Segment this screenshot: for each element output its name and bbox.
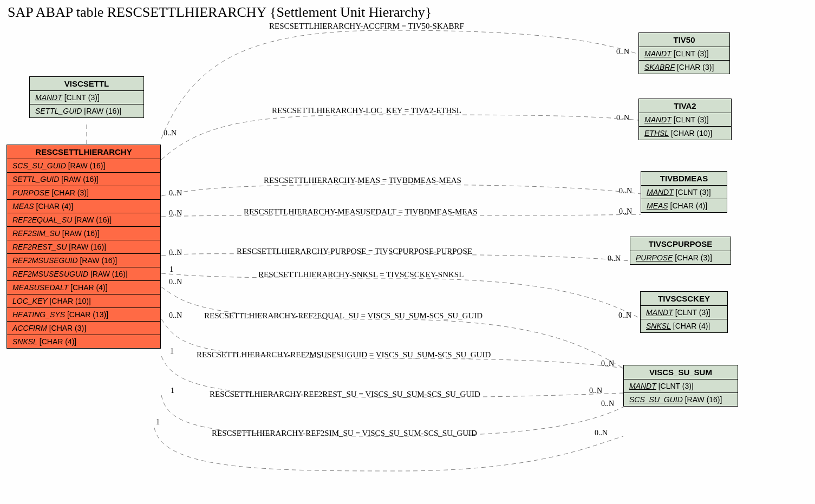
relation-label: RESCSETTLHIERARCHY-PURPOSE = TIVSCPURPOS… (237, 247, 472, 256)
table-row: MEAS [CHAR (4)] (7, 200, 160, 213)
table-row: SETTL_GUID [RAW (16)] (30, 104, 144, 117)
cardinality: 1 (170, 347, 174, 356)
table-row: MANDT [CLNT (3)] (641, 186, 727, 199)
cardinality: 1 (171, 387, 174, 395)
table-row: REF2REST_SU [RAW (16)] (7, 240, 160, 254)
table-row: MANDT [CLNT (3)] (641, 306, 727, 319)
cardinality: 0..N (601, 400, 614, 408)
table-viscs-su-sum: VISCS_SU_SUM MANDT [CLNT (3)] SCS_SU_GUI… (623, 365, 738, 407)
table-header: VISCSETTL (30, 77, 144, 91)
table-tiv50: TIV50 MANDT [CLNT (3)] SKABRF [CHAR (3)] (638, 32, 730, 74)
cardinality: 0..N (169, 189, 182, 198)
cardinality: 0..N (589, 387, 602, 395)
table-row: MANDT [CLNT (3)] (30, 91, 144, 104)
cardinality: 0..N (601, 359, 614, 368)
cardinality: 1 (156, 418, 160, 427)
table-row: SCS_SU_GUID [RAW (16)] (7, 159, 160, 173)
table-header: VISCS_SU_SUM (624, 365, 738, 379)
cardinality: 1 (169, 265, 173, 274)
cardinality: 0..N (169, 311, 182, 320)
table-row: MEASUSEDALT [CHAR (4)] (7, 281, 160, 294)
relation-label: RESCSETTLHIERARCHY-REF2REST_SU = VISCS_S… (210, 390, 480, 399)
cardinality: 0..N (616, 114, 629, 122)
cardinality: 0..N (164, 129, 177, 138)
table-row: HEATING_SYS [CHAR (13)] (7, 308, 160, 322)
cardinality: 0..N (619, 207, 632, 216)
table-row: MANDT [CLNT (3)] (639, 113, 731, 127)
relation-label: RESCSETTLHIERARCHY-ACCFIRM = TIV50-SKABR… (269, 22, 464, 31)
table-tivbdmeas: TIVBDMEAS MANDT [CLNT (3)] MEAS [CHAR (4… (641, 171, 727, 213)
table-header: TIVSCPURPOSE (630, 237, 731, 251)
table-tivscpurpose: TIVSCPURPOSE PURPOSE [CHAR (3)] (630, 237, 731, 265)
table-header: TIVSCSCKEY (641, 292, 727, 306)
cardinality: 0..N (619, 187, 632, 195)
cardinality: 0..N (608, 254, 621, 263)
relation-label: RESCSETTLHIERARCHY-REF2EQUAL_SU = VISCS_… (204, 311, 483, 320)
table-row: SKABRF [CHAR (3)] (639, 61, 729, 74)
relation-label: RESCSETTLHIERARCHY-REF2SIM_SU = VISCS_SU… (212, 429, 477, 438)
cardinality: 0..N (169, 278, 182, 286)
table-tiva2: TIVA2 MANDT [CLNT (3)] ETHSL [CHAR (10)] (638, 99, 732, 140)
cardinality: 0..N (616, 48, 629, 56)
table-row: REF2MSUSEGUID [RAW (16)] (7, 254, 160, 267)
relation-label: RESCSETTLHIERARCHY-LOC_KEY = TIVA2-ETHSL (272, 106, 461, 115)
table-row: MANDT [CLNT (3)] (639, 47, 729, 61)
relation-label: RESCSETTLHIERARCHY-REF2MSUSESUGUID = VIS… (197, 350, 491, 359)
table-row: SNKSL [CHAR (4)] (7, 335, 160, 348)
table-viscsettl: VISCSETTL MANDT [CLNT (3)] SETTL_GUID [R… (29, 76, 144, 118)
table-row: PURPOSE [CHAR (3)] (7, 186, 160, 200)
table-row: SETTL_GUID [RAW (16)] (7, 173, 160, 186)
table-row: PURPOSE [CHAR (3)] (630, 251, 731, 264)
table-row: REF2MSUSESUGUID [RAW (16)] (7, 267, 160, 281)
cardinality: 0..N (618, 311, 631, 320)
table-row: MANDT [CLNT (3)] (624, 379, 738, 393)
table-header: RESCSETTLHIERARCHY (7, 145, 160, 159)
table-row: ACCFIRM [CHAR (3)] (7, 322, 160, 335)
cardinality: 0..N (169, 209, 182, 218)
table-row: REF2EQUAL_SU [RAW (16)] (7, 213, 160, 227)
cardinality: 0..N (169, 248, 182, 257)
relation-label: RESCSETTLHIERARCHY-MEASUSEDALT = TIVBDME… (244, 207, 478, 217)
page-title: SAP ABAP table RESCSETTLHIERARCHY {Settl… (8, 4, 432, 21)
table-header: TIVBDMEAS (641, 172, 727, 186)
table-header: TIV50 (639, 33, 729, 47)
table-row: ETHSL [CHAR (10)] (639, 127, 731, 140)
table-row: SCS_SU_GUID [RAW (16)] (624, 393, 738, 406)
table-row: MEAS [CHAR (4)] (641, 199, 727, 212)
table-row: LOC_KEY [CHAR (10)] (7, 294, 160, 308)
table-header: TIVA2 (639, 99, 731, 113)
table-row: SNKSL [CHAR (4)] (641, 319, 727, 332)
table-row: REF2SIM_SU [RAW (16)] (7, 227, 160, 240)
cardinality: 0..N (595, 429, 608, 437)
relation-label: RESCSETTLHIERARCHY-MEAS = TIVBDMEAS-MEAS (264, 176, 461, 185)
table-tivscsckey: TIVSCSCKEY MANDT [CLNT (3)] SNKSL [CHAR … (640, 291, 728, 333)
relation-label: RESCSETTLHIERARCHY-SNKSL = TIVSCSCKEY-SN… (258, 270, 464, 279)
table-rescsettlhierarchy: RESCSETTLHIERARCHY SCS_SU_GUID [RAW (16)… (6, 145, 161, 349)
